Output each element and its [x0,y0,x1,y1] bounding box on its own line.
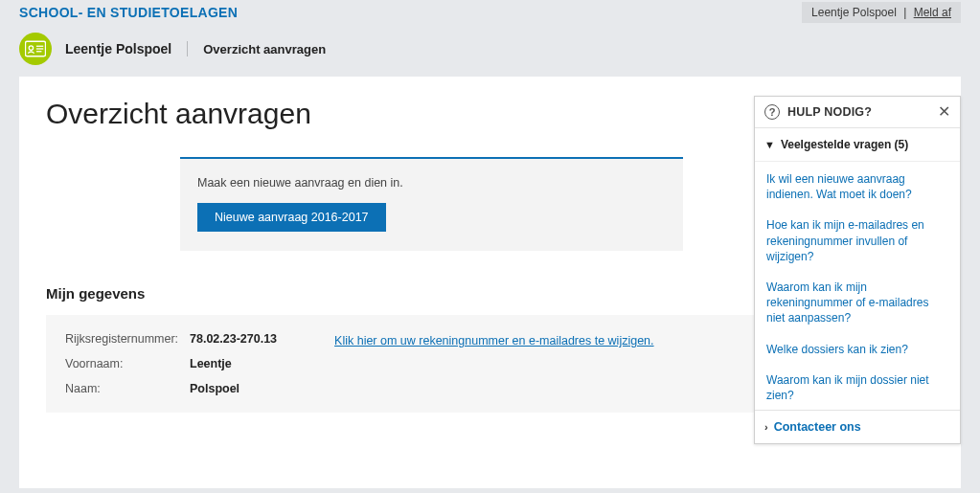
new-request-prompt: Maak een nieuwe aanvraag en dien in. [197,176,666,190]
question-icon: ? [764,104,780,120]
breadcrumb[interactable]: Overzicht aanvragen [201,42,326,56]
id-card-icon [25,40,46,57]
separator: | [900,6,910,19]
field-label: Rijksregisternummer: [65,332,190,346]
field-label: Naam: [65,382,190,395]
svg-point-1 [29,46,33,50]
faq-item[interactable]: Hoe kan ik mijn e-mailadres en rekeningn… [755,210,960,272]
chevron-right-icon: › [764,421,768,433]
chevron-down-icon: ▼ [764,139,775,150]
faq-item[interactable]: Waarom kan ik mijn rekeningnummer of e-m… [755,272,960,334]
change-details-link[interactable]: Klik hier om uw rekeningnummer en e-mail… [334,334,653,347]
header-user-name: Leentje Polspoel [65,41,188,56]
close-icon[interactable]: ✕ [938,104,950,120]
field-value: Polspoel [190,382,239,395]
table-row: Voornaam: Leentje [65,357,277,370]
field-value: Leentje [190,357,232,370]
logout-link[interactable]: Meld af [914,6,951,19]
new-request-button[interactable]: Nieuwe aanvraag 2016-2017 [197,203,386,232]
avatar [19,33,52,65]
faq-item[interactable]: Waarom kan ik mijn dossier niet zien? [755,365,960,410]
help-title: HULP NODIG? [787,105,872,119]
table-row: Naam: Polspoel [65,382,277,395]
table-row: Rijksregisternummer: 78.02.23-270.13 [65,332,277,346]
top-user-name: Leentje Polspoel [811,6,897,19]
help-panel: ? HULP NODIG? ✕ ▼ Veelgestelde vragen (5… [754,96,961,444]
site-title[interactable]: SCHOOL- EN STUDIETOELAGEN [19,5,238,20]
faq-toggle[interactable]: ▼ Veelgestelde vragen (5) [755,128,960,162]
contact-us-link[interactable]: Contacteer ons [774,420,861,434]
faq-header-label: Veelgestelde vragen (5) [781,138,908,151]
faq-item[interactable]: Ik wil een nieuwe aanvraag indienen. Wat… [755,164,960,210]
field-value: 78.02.23-270.13 [190,332,277,346]
field-label: Voornaam: [65,357,190,370]
faq-item[interactable]: Welke dossiers kan ik zien? [755,334,960,365]
user-menu: Leentje Polspoel | Meld af [802,2,961,23]
contact-us-toggle[interactable]: › Contacteer ons [755,410,960,443]
new-request-box: Maak een nieuwe aanvraag en dien in. Nie… [180,157,683,251]
faq-list: Ik wil een nieuwe aanvraag indienen. Wat… [755,162,960,410]
